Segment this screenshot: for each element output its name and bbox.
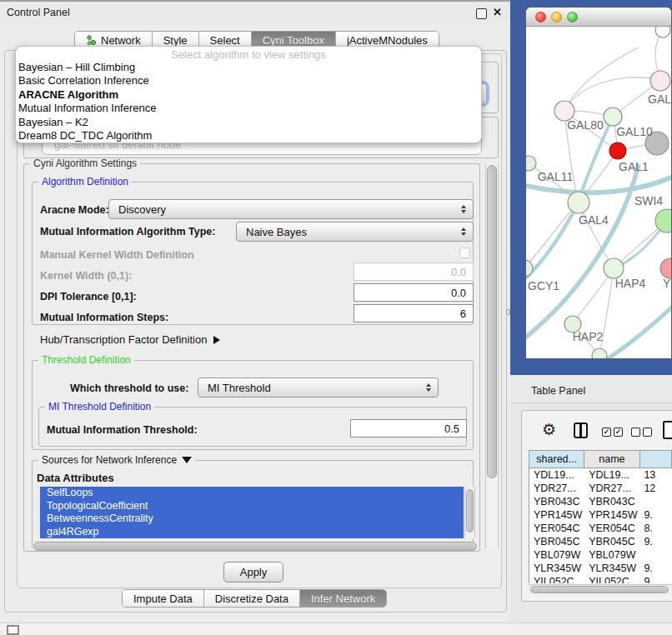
mi-threshold-definition-title: MI Threshold Definition bbox=[45, 402, 154, 412]
screen: Control Panel ✕ Network Style Select Cyn… bbox=[0, 0, 672, 635]
aracne-mode-value: Discovery bbox=[118, 203, 166, 216]
combo-arrows-icon bbox=[426, 383, 431, 392]
popup-placeholder: Select algorithm to view settings bbox=[16, 47, 481, 61]
mi-type-label: Mutual Information Algorithm Type: bbox=[40, 226, 215, 238]
status-strip bbox=[0, 622, 672, 635]
minimize-window-icon[interactable] bbox=[551, 12, 562, 22]
node-label: HAP2 bbox=[573, 330, 604, 343]
attr-item-gal4rgexp[interactable]: gal4RGexp bbox=[40, 526, 464, 539]
mi-type-value: Naive Bayes bbox=[246, 226, 307, 238]
apply-button[interactable]: Apply bbox=[223, 562, 283, 582]
column-header-name[interactable]: name bbox=[584, 450, 639, 468]
attr-item-topologicalcoefficient[interactable]: TopologicalCoefficient bbox=[40, 500, 464, 513]
network-node[interactable] bbox=[592, 348, 607, 359]
algorithm-definition-title: Algorithm Definition bbox=[38, 177, 132, 187]
threshold-definition-title: Threshold Definition bbox=[38, 355, 134, 365]
cyni-algorithm-settings-title: Cyni Algorithm Settings bbox=[30, 158, 140, 168]
popup-item-dream8[interactable]: Dream8 DC_TDC Algorithm bbox=[16, 129, 481, 142]
float-panel-icon[interactable] bbox=[476, 8, 487, 19]
mi-type-combo[interactable]: Naive Bayes bbox=[236, 222, 474, 242]
mi-threshold-label: Mutual Information Threshold: bbox=[47, 424, 198, 436]
column-header-cut[interactable] bbox=[640, 450, 672, 468]
network-canvas[interactable]: GAL GAL80 GAL10 GAL1 GAL11 GAL4 SWI4 GCY… bbox=[526, 27, 672, 359]
sources-expander[interactable]: Sources for Network Inference bbox=[38, 455, 195, 465]
aracne-mode-label: Aracne Mode: bbox=[40, 204, 109, 216]
dpi-tolerance-field[interactable]: 0.0 bbox=[354, 283, 474, 302]
aracne-mode-combo[interactable]: Discovery bbox=[108, 199, 474, 219]
gear-icon[interactable]: ⚙ bbox=[542, 422, 556, 438]
close-panel-icon[interactable]: ✕ bbox=[493, 6, 502, 18]
data-attributes-list: SelfLoops TopologicalCoefficient Between… bbox=[40, 487, 464, 538]
table-row[interactable]: YLR345WYLR345W9. bbox=[529, 562, 672, 575]
split-pane-icon[interactable] bbox=[574, 422, 588, 438]
node-label: GAL4 bbox=[579, 213, 609, 227]
network-node-y[interactable] bbox=[660, 258, 672, 278]
collapse-down-icon bbox=[182, 457, 192, 463]
zoom-window-icon[interactable] bbox=[567, 12, 578, 22]
attr-list-hscrollbar-thumb[interactable] bbox=[33, 542, 477, 551]
attr-item-selfloops[interactable]: SelfLoops bbox=[40, 487, 464, 500]
table-row[interactable]: YPR145WYPR145W9. bbox=[529, 508, 672, 522]
network-node-labels: GAL GAL80 GAL10 GAL1 GAL11 GAL4 SWI4 GCY… bbox=[528, 92, 671, 343]
settings-scrollbar-thumb[interactable] bbox=[487, 165, 497, 478]
network-node-gal10[interactable] bbox=[604, 108, 622, 126]
kernel-width-label: Kernel Width (0,1): bbox=[40, 270, 132, 282]
node-label: Y bbox=[663, 277, 671, 290]
network-node-gal4[interactable] bbox=[568, 192, 589, 213]
table-row[interactable]: YDL19...YDL19...13 bbox=[529, 468, 672, 482]
popup-item-bayesian-hill-climbing[interactable]: Bayesian – Hill Climbing bbox=[16, 61, 481, 74]
popup-item-mutual-information[interactable]: Mutual Information Inference bbox=[16, 102, 481, 115]
tab-discretize-data[interactable]: Discretize Data bbox=[204, 590, 300, 607]
node-table: shared... name YDL19...YDL19...13 YDR27.… bbox=[529, 450, 672, 583]
table-row[interactable]: YBR045CYBR045C9. bbox=[529, 535, 672, 548]
popup-item-aracne[interactable]: ARACNE Algorithm bbox=[16, 88, 481, 102]
mi-threshold-field[interactable]: 0.5 bbox=[350, 419, 467, 438]
network-window-titlebar[interactable] bbox=[526, 8, 672, 27]
mi-steps-label: Mutual Information Steps: bbox=[40, 312, 168, 323]
network-node-gal[interactable] bbox=[650, 71, 670, 91]
network-node[interactable] bbox=[655, 27, 670, 38]
panel-dock-icon[interactable] bbox=[7, 625, 19, 635]
select-all-checks-icon[interactable]: ✓✓ bbox=[602, 428, 623, 437]
attr-list-scrollbar-thumb[interactable] bbox=[466, 489, 474, 532]
expand-right-icon bbox=[213, 336, 220, 344]
sources-title: Sources for Network Inference bbox=[42, 455, 177, 465]
node-label: GCY1 bbox=[528, 279, 559, 292]
mi-steps-field[interactable]: 6 bbox=[354, 304, 474, 322]
tab-impute-data[interactable]: Impute Data bbox=[123, 590, 204, 607]
column-header-shared[interactable]: shared... bbox=[529, 450, 584, 468]
deselect-all-checks-icon[interactable] bbox=[631, 428, 652, 437]
attr-item-betweennesscentrality[interactable]: BetweennessCentrality bbox=[40, 512, 464, 526]
dpi-tolerance-label: DPI Tolerance [0,1]: bbox=[40, 291, 137, 302]
kernel-width-field: 0.0 bbox=[354, 262, 474, 281]
tab-network-label: Network bbox=[101, 34, 141, 47]
hub-definition-expander[interactable]: Hub/Transcription Factor Definition bbox=[40, 333, 220, 346]
file-icon[interactable] bbox=[663, 421, 672, 439]
popup-item-bayesian-k2[interactable]: Bayesian – K2 bbox=[16, 116, 481, 129]
node-label: GAL1 bbox=[619, 160, 649, 173]
network-node-gal11[interactable] bbox=[526, 156, 536, 171]
network-node-gal1[interactable] bbox=[609, 142, 626, 159]
node-label: SWI4 bbox=[634, 194, 663, 208]
table-row[interactable]: YIL052CYIL052C9 bbox=[529, 575, 672, 583]
close-window-icon[interactable] bbox=[535, 12, 546, 22]
data-attributes-label: Data Attributes bbox=[37, 472, 114, 484]
cyni-bottom-tabbar: Impute Data Discretize Data Infer Networ… bbox=[122, 589, 387, 608]
table-row[interactable]: YER054CYER054C8. bbox=[529, 522, 672, 535]
table-hscrollbar-thumb[interactable] bbox=[530, 586, 669, 593]
table-row[interactable]: YBR043CYBR043C bbox=[529, 495, 672, 508]
network-node-hap4[interactable] bbox=[604, 258, 624, 278]
manual-kernel-checkbox[interactable] bbox=[459, 248, 470, 258]
control-panel-titlebar bbox=[0, 0, 510, 25]
network-view-window: GAL GAL80 GAL10 GAL1 GAL11 GAL4 SWI4 GCY… bbox=[525, 7, 672, 359]
popup-item-basic-correlation[interactable]: Basic Correlation Inference bbox=[16, 74, 481, 88]
table-row[interactable]: YDR27...YDR27...12 bbox=[529, 482, 672, 495]
which-threshold-label: Which threshold to use: bbox=[70, 382, 188, 394]
tab-infer-network[interactable]: Infer Network bbox=[300, 590, 386, 607]
which-threshold-combo[interactable]: MI Threshold bbox=[198, 378, 439, 398]
network-icon bbox=[86, 35, 97, 46]
table-body: YDL19...YDL19...13 YDR27...YDR27...12 YB… bbox=[529, 468, 672, 583]
table-row[interactable]: YBL079WYBL079W bbox=[529, 548, 672, 562]
node-label: HAP4 bbox=[615, 277, 646, 290]
network-graph: GAL GAL80 GAL10 GAL1 GAL11 GAL4 SWI4 GCY… bbox=[526, 27, 672, 359]
